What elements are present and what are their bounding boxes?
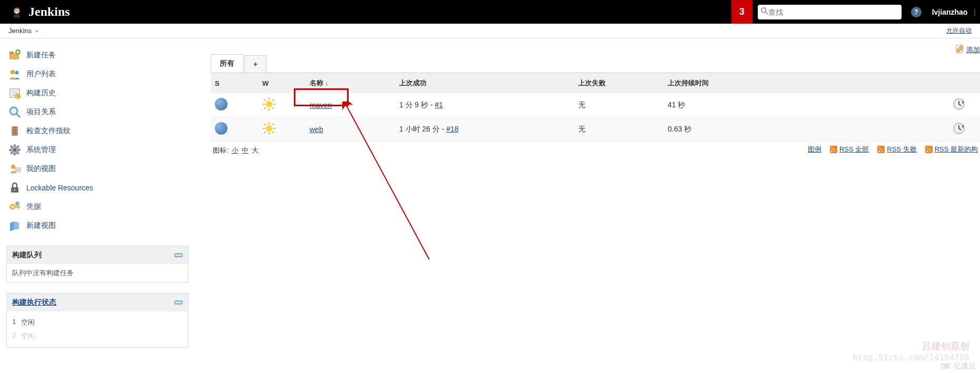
- sidebar-item-credentials[interactable]: 凭据: [6, 197, 189, 216]
- sidebar-item-label: 新建视图: [26, 221, 56, 230]
- svg-point-35: [12, 206, 14, 208]
- col-name[interactable]: 名称 ↓: [305, 73, 395, 94]
- help-icon[interactable]: ?: [911, 7, 922, 17]
- logo-area[interactable]: Jenkins: [0, 5, 70, 19]
- status-cell: [211, 93, 258, 117]
- svg-line-4: [765, 12, 767, 14]
- status-blue-icon: [215, 98, 227, 110]
- last-duration-cell: 41 秒: [664, 93, 948, 117]
- queue-empty-text: 队列中没有构建任务: [12, 269, 74, 277]
- executor-row: 1 空闲: [12, 316, 183, 329]
- search-box[interactable]: [758, 5, 902, 19]
- sidebar-item-label: 用户列表: [26, 69, 56, 79]
- sidebar: 新建任务 用户列表 构建历史 项目关系 检查文件指纹 系统管理: [0, 38, 195, 355]
- sidebar-item-new-view[interactable]: 新建视图: [6, 216, 189, 235]
- sidebar-item-label: 凭据: [26, 202, 41, 211]
- rss-icon: [877, 146, 885, 153]
- executor-row: 2 空闲: [12, 329, 183, 343]
- job-link-web[interactable]: web: [310, 125, 323, 134]
- add-description-link[interactable]: 添加: [966, 45, 980, 55]
- svg-rect-6: [9, 52, 14, 54]
- build-link[interactable]: #1: [435, 100, 443, 109]
- sidebar-item-manage[interactable]: 系统管理: [6, 140, 189, 159]
- edit-icon: [956, 45, 964, 55]
- icon-size-large: 大: [252, 146, 259, 155]
- svg-line-58: [272, 124, 274, 125]
- job-link-maven[interactable]: maven: [310, 101, 332, 109]
- sidebar-item-my-views[interactable]: 我的视图: [6, 159, 189, 178]
- last-failure-cell: 无: [574, 93, 664, 117]
- last-success-cell: 1 小时 26 分 - #18: [395, 117, 574, 142]
- svg-line-16: [16, 114, 20, 117]
- executor-status: 空闲: [21, 331, 35, 341]
- icon-size-row: 图标: 小 中 大: [211, 142, 261, 159]
- sidebar-item-label: 检查文件指纹: [26, 126, 71, 136]
- notification-badge[interactable]: 3: [731, 0, 753, 24]
- weather-cell: [258, 117, 305, 142]
- panel-title[interactable]: 构建执行状态: [12, 298, 56, 307]
- svg-point-40: [266, 101, 272, 107]
- legend-link[interactable]: 图例: [808, 145, 821, 154]
- sidebar-item-project-relationship[interactable]: 项目关系: [6, 103, 189, 122]
- name-cell: web: [305, 117, 395, 142]
- col-build: [948, 73, 980, 94]
- rss-latest[interactable]: RSS 最新的构: [925, 145, 978, 154]
- collapse-icon[interactable]: [174, 300, 183, 305]
- build-executor-panel: 构建执行状态 1 空闲 2 空闲: [6, 293, 189, 348]
- breadcrumb-root[interactable]: Jenkins: [8, 27, 32, 35]
- rss-row: 图例 RSS 全部 RSS 失败 RSS 最新的构: [806, 142, 980, 157]
- breadcrumb-right: 允许自动: [946, 26, 972, 35]
- col-status[interactable]: S: [211, 73, 258, 94]
- sidebar-item-label: 构建历史: [26, 88, 56, 98]
- sidebar-item-build-history[interactable]: 构建历史: [6, 84, 189, 103]
- svg-line-46: [272, 107, 274, 109]
- search-input[interactable]: [768, 8, 898, 16]
- auto-refresh-link[interactable]: 允许自动: [946, 27, 972, 34]
- rss-icon: [830, 146, 837, 153]
- sidebar-item-label: 项目关系: [26, 107, 56, 117]
- build-executor-header[interactable]: 构建执行状态: [7, 294, 188, 311]
- build-executor-body: 1 空闲 2 空闲: [7, 311, 188, 347]
- username-link[interactable]: lvjianzhao: [932, 8, 968, 16]
- last-success-cell: 1 分 9 秒 - #1: [395, 93, 574, 117]
- sidebar-item-lockable-resources[interactable]: Lockable Resources: [6, 178, 189, 197]
- sidebar-item-people[interactable]: 用户列表: [6, 65, 189, 84]
- icon-size-small[interactable]: 小: [232, 146, 239, 155]
- col-last-failure[interactable]: 上次失败: [574, 73, 664, 94]
- schedule-build-icon[interactable]: [953, 98, 965, 110]
- rss-all[interactable]: RSS 全部: [830, 145, 869, 154]
- sidebar-item-new-item[interactable]: 新建任务: [6, 46, 189, 65]
- weather-sunny-icon: [262, 122, 276, 135]
- svg-line-45: [264, 99, 266, 101]
- schedule-build-icon[interactable]: [953, 122, 965, 135]
- tab-all[interactable]: 所有: [211, 54, 243, 73]
- tab-add[interactable]: +: [244, 55, 266, 73]
- top-header: Jenkins 3 ? lvjianzhao |: [0, 0, 980, 24]
- new-view-icon: [8, 219, 21, 232]
- svg-point-38: [15, 201, 19, 206]
- col-last-duration[interactable]: 上次持续时间: [664, 73, 948, 94]
- svg-point-33: [14, 189, 16, 191]
- build-link[interactable]: #18: [446, 125, 458, 133]
- col-last-success[interactable]: 上次成功: [395, 73, 574, 94]
- status-blue-icon: [215, 122, 227, 135]
- col-weather[interactable]: W: [258, 73, 305, 94]
- svg-line-57: [264, 132, 266, 133]
- fingerprint-icon: [8, 125, 21, 137]
- job-table: S W 名称 ↓ 上次成功 上次失败 上次持续时间 maven 1 分 9 秒 …: [211, 73, 980, 142]
- side-menu: 新建任务 用户列表 构建历史 项目关系 检查文件指纹 系统管理: [6, 46, 189, 235]
- icon-size-medium[interactable]: 中: [242, 146, 249, 155]
- svg-point-9: [15, 71, 19, 75]
- status-cell: [211, 117, 258, 142]
- corner-logo-text: 亿速云: [954, 361, 976, 371]
- rss-failed[interactable]: RSS 失败: [877, 145, 916, 154]
- build-queue-header[interactable]: 构建队列: [7, 246, 188, 264]
- svg-line-48: [272, 99, 274, 101]
- breadcrumb: Jenkins ▸ 允许自动: [0, 24, 980, 38]
- build-cell: [948, 93, 980, 117]
- sidebar-item-fingerprint[interactable]: 检查文件指纹: [6, 122, 189, 140]
- collapse-icon[interactable]: [174, 253, 183, 257]
- svg-point-8: [11, 70, 15, 74]
- svg-line-55: [264, 124, 266, 125]
- last-duration-cell: 0.63 秒: [664, 117, 948, 142]
